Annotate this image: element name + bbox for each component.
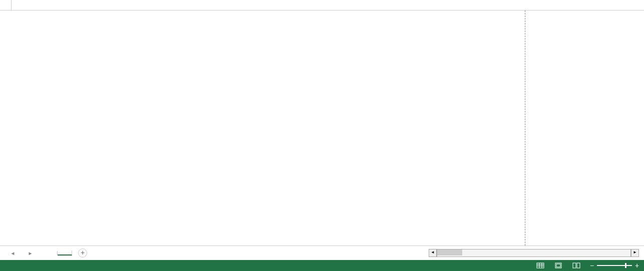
freeze-pane-line	[525, 10, 525, 246]
zoom-out-button[interactable]: −	[589, 262, 595, 270]
zoom-slider[interactable]	[597, 265, 632, 266]
sheet-tab-2[interactable]	[58, 250, 72, 256]
horizontal-scrollbar[interactable]: ◄ ►	[429, 250, 639, 256]
zoom-in-button[interactable]: +	[634, 262, 640, 270]
grid-area	[0, 10, 644, 246]
cells-area[interactable]	[11, 10, 644, 246]
zoom-thumb[interactable]	[625, 263, 626, 268]
svg-rect-0	[537, 263, 544, 268]
row-headers	[0, 10, 11, 246]
svg-rect-7	[573, 263, 576, 268]
svg-rect-8	[577, 263, 580, 268]
normal-view-icon[interactable]	[535, 262, 546, 270]
status-right: − +	[535, 262, 640, 270]
tab-next-icon[interactable]: ►	[28, 250, 33, 256]
add-sheet-button[interactable]: +	[78, 248, 87, 258]
page-break-view-icon[interactable]	[571, 262, 582, 270]
tab-nav: ◄ ►	[0, 250, 43, 256]
scroll-thumb[interactable]	[437, 250, 462, 256]
page-layout-view-icon[interactable]	[553, 262, 564, 270]
scroll-track[interactable]	[437, 249, 631, 257]
status-bar: − +	[0, 260, 644, 271]
zoom-control: − +	[589, 262, 640, 270]
sheet-tab-bar: ◄ ► + ◄ ►	[0, 246, 644, 260]
svg-rect-6	[556, 264, 560, 267]
select-all-corner[interactable]	[0, 0, 12, 10]
scroll-left-icon[interactable]: ◄	[429, 249, 437, 257]
sheet-tab-1[interactable]	[43, 251, 58, 255]
scroll-right-icon[interactable]: ►	[631, 249, 639, 257]
column-headers-row	[0, 0, 644, 10]
tab-first-icon[interactable]: ◄	[11, 250, 16, 256]
